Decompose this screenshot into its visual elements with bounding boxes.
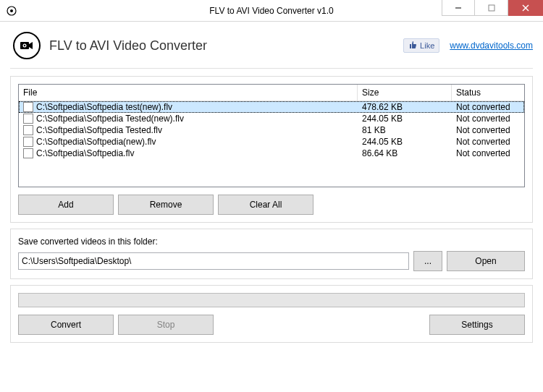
file-table: File Size Status C:\Softpedia\Softpedia … [18, 84, 525, 187]
window-controls [442, 0, 543, 21]
convert-button[interactable]: Convert [18, 315, 114, 335]
column-file[interactable]: File [19, 85, 358, 101]
camera-icon [13, 32, 41, 59]
cell-file: C:\Softpedia\Softpedia Tested.flv [19, 124, 358, 136]
app-title: FLV to AVI Video Converter [49, 38, 207, 54]
cell-size: 244.05 KB [358, 113, 452, 124]
table-header: File Size Status [19, 85, 524, 101]
stop-button[interactable]: Stop [118, 315, 214, 335]
svg-point-8 [24, 45, 25, 46]
window-title: FLV to AVI Video Converter v1.0 [209, 6, 333, 16]
file-icon [23, 114, 33, 124]
table-row[interactable]: C:\Softpedia\Softpedia Tested(new).flv24… [19, 113, 524, 124]
file-icon [23, 137, 33, 147]
save-label: Save converted videos in this folder: [18, 237, 525, 247]
column-size[interactable]: Size [358, 85, 452, 101]
clear-all-button[interactable]: Clear All [218, 195, 313, 215]
settings-button[interactable]: Settings [429, 315, 525, 335]
progress-bar [18, 293, 525, 307]
action-section: Convert Stop Settings [10, 285, 533, 343]
svg-point-1 [10, 9, 13, 12]
minimize-button[interactable] [442, 0, 475, 16]
maximize-button[interactable] [475, 0, 508, 16]
browse-button[interactable]: ... [413, 251, 442, 271]
cell-status: Not converted [452, 101, 524, 113]
website-link[interactable]: www.dvdavitools.com [450, 41, 533, 51]
add-button[interactable]: Add [18, 195, 114, 215]
cell-size: 478.62 KB [358, 101, 452, 113]
table-row[interactable]: C:\Softpedia\Softpedia(new).flv244.05 KB… [19, 136, 524, 148]
table-row[interactable]: C:\Softpedia\Softpedia Tested.flv81 KBNo… [19, 124, 524, 136]
like-label: Like [420, 41, 434, 50]
cell-size: 81 KB [358, 124, 452, 136]
cell-file: C:\Softpedia\Softpedia Tested(new).flv [19, 113, 358, 124]
app-small-icon [6, 5, 17, 17]
file-icon [23, 102, 33, 112]
cell-status: Not converted [452, 113, 524, 124]
cell-status: Not converted [452, 148, 524, 159]
save-path-input[interactable] [18, 252, 409, 270]
svg-rect-3 [489, 5, 494, 11]
table-row[interactable]: C:\Softpedia\Softpedia.flv86.64 KBNot co… [19, 148, 524, 159]
titlebar: FLV to AVI Video Converter v1.0 [0, 0, 543, 22]
table-row[interactable]: C:\Softpedia\Softpedia test(new).flv478.… [19, 101, 524, 113]
open-button[interactable]: Open [447, 251, 525, 271]
header: FLV to AVI Video Converter Like www.dvda… [10, 32, 533, 69]
cell-size: 86.64 KB [358, 148, 452, 159]
file-section: File Size Status C:\Softpedia\Softpedia … [10, 76, 533, 223]
column-status[interactable]: Status [452, 85, 524, 101]
cell-status: Not converted [452, 136, 524, 148]
table-body: C:\Softpedia\Softpedia test(new).flv478.… [19, 101, 524, 187]
cell-status: Not converted [452, 124, 524, 136]
file-icon [23, 125, 33, 135]
like-button[interactable]: Like [403, 38, 439, 53]
remove-button[interactable]: Remove [118, 195, 214, 215]
close-button[interactable] [508, 0, 543, 16]
cell-file: C:\Softpedia\Softpedia(new).flv [19, 136, 358, 148]
cell-file: C:\Softpedia\Softpedia test(new).flv [19, 101, 358, 113]
cell-size: 244.05 KB [358, 136, 452, 148]
thumbs-up-icon [408, 41, 417, 51]
file-icon [23, 148, 33, 158]
cell-file: C:\Softpedia\Softpedia.flv [19, 148, 358, 159]
save-section: Save converted videos in this folder: ..… [10, 229, 533, 279]
